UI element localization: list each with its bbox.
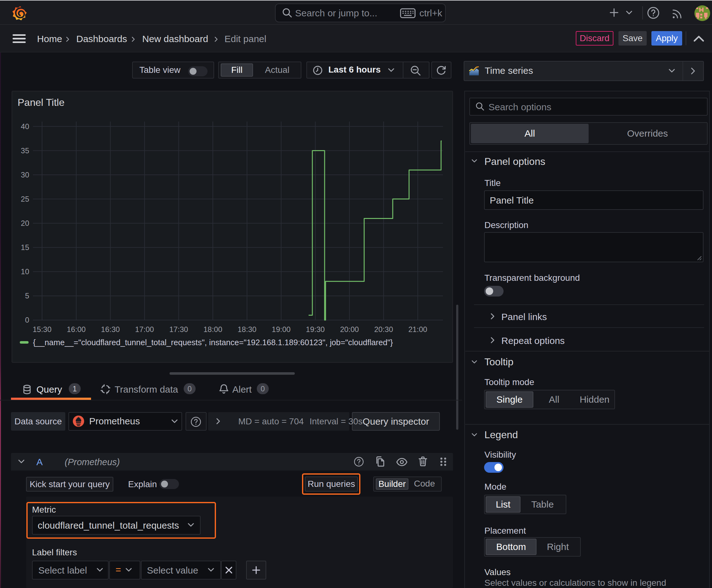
svg-text:20: 20 <box>21 219 29 227</box>
svg-text:15: 15 <box>21 243 29 252</box>
svg-text:20:30: 20:30 <box>374 325 393 334</box>
svg-text:40: 40 <box>21 122 29 131</box>
svg-text:17:00: 17:00 <box>135 325 154 334</box>
svg-text:21:00: 21:00 <box>408 325 427 334</box>
svg-text:20:00: 20:00 <box>340 325 359 334</box>
svg-text:15:30: 15:30 <box>33 325 51 334</box>
svg-text:30: 30 <box>21 171 29 179</box>
svg-text:18:00: 18:00 <box>203 325 222 334</box>
svg-text:17:30: 17:30 <box>169 325 188 334</box>
svg-text:35: 35 <box>21 146 29 155</box>
svg-text:18:30: 18:30 <box>238 325 257 334</box>
svg-text:10: 10 <box>21 267 29 276</box>
svg-text:19:30: 19:30 <box>306 325 325 334</box>
svg-text:25: 25 <box>21 195 29 203</box>
svg-text:19:00: 19:00 <box>272 325 291 334</box>
svg-text:0: 0 <box>25 316 29 324</box>
svg-text:5: 5 <box>25 292 29 300</box>
svg-text:{__name__="cloudflared_tunnel_: {__name__="cloudflared_tunnel_total_requ… <box>33 338 393 347</box>
svg-text:16:00: 16:00 <box>67 325 86 334</box>
svg-text:16:30: 16:30 <box>101 325 120 334</box>
